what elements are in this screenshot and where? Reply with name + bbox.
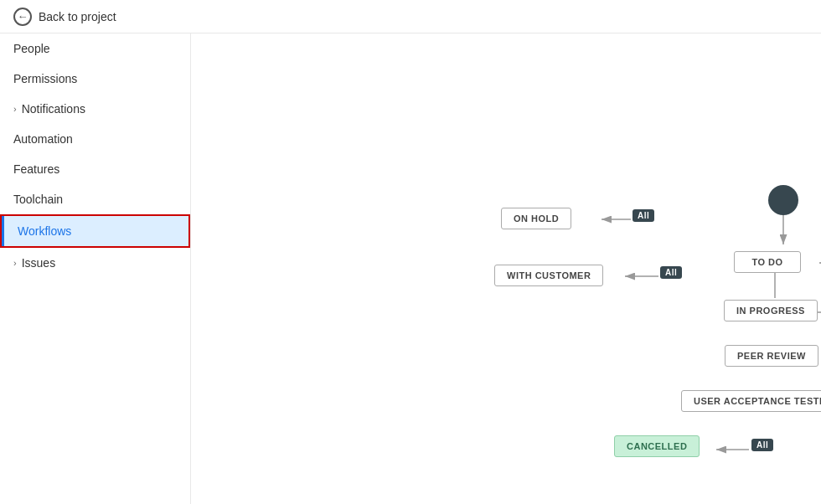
- header: ← Back to project: [0, 0, 821, 33]
- node-uat[interactable]: USER ACCEPTANCE TESTING: [681, 390, 821, 412]
- node-peer-review[interactable]: PEER REVIEW: [725, 345, 818, 367]
- sidebar-item-workflows[interactable]: Workflows: [2, 216, 188, 246]
- sidebar-item-workflows-wrapper: Workflows: [0, 214, 190, 248]
- sidebar-item-people[interactable]: People: [0, 33, 190, 64]
- sidebar-item-toolchain[interactable]: Toolchain: [0, 184, 190, 214]
- chevron-icon: ›: [13, 104, 17, 114]
- sidebar-item-automation[interactable]: Automation: [0, 124, 190, 154]
- sidebar-item-label: People: [13, 42, 50, 55]
- sidebar-item-permissions[interactable]: Permissions: [0, 64, 190, 94]
- sidebar-item-label: Workflows: [18, 224, 71, 238]
- node-to-do[interactable]: TO DO: [734, 251, 801, 273]
- node-on-hold[interactable]: ON HOLD: [501, 208, 571, 229]
- sidebar-item-notifications[interactable]: › Notifications: [0, 94, 190, 124]
- sidebar: People Permissions › Notifications Autom…: [0, 33, 191, 504]
- node-with-customer[interactable]: WITH CUSTOMER: [494, 265, 603, 286]
- workflow-start-circle: [768, 185, 798, 215]
- back-label: Back to project: [39, 10, 116, 23]
- sidebar-item-label: Toolchain: [13, 193, 63, 206]
- back-button[interactable]: ← Back to project: [13, 8, 116, 26]
- sidebar-item-features[interactable]: Features: [0, 154, 190, 184]
- sidebar-item-label: Notifications: [22, 102, 85, 116]
- badge-with-customer[interactable]: All: [660, 266, 682, 279]
- workflow-canvas: ON HOLD WITH CUSTOMER TO DO IN PROGRESS …: [191, 33, 821, 504]
- badge-on-hold[interactable]: All: [633, 209, 654, 222]
- active-indicator: [2, 216, 4, 246]
- node-cancelled[interactable]: CANCELLED: [614, 435, 700, 457]
- back-arrow-icon: ←: [13, 8, 32, 26]
- sidebar-item-issues[interactable]: › Issues: [0, 248, 190, 278]
- node-in-progress[interactable]: IN PROGRESS: [724, 300, 818, 321]
- sidebar-item-label: Automation: [13, 132, 73, 146]
- main-layout: People Permissions › Notifications Autom…: [0, 33, 821, 504]
- badge-cancelled[interactable]: All: [751, 439, 773, 451]
- sidebar-item-label: Issues: [22, 256, 55, 270]
- chevron-icon: ›: [13, 258, 17, 268]
- sidebar-item-label: Permissions: [13, 72, 77, 85]
- sidebar-item-label: Features: [13, 162, 59, 176]
- content-area: ON HOLD WITH CUSTOMER TO DO IN PROGRESS …: [191, 33, 821, 504]
